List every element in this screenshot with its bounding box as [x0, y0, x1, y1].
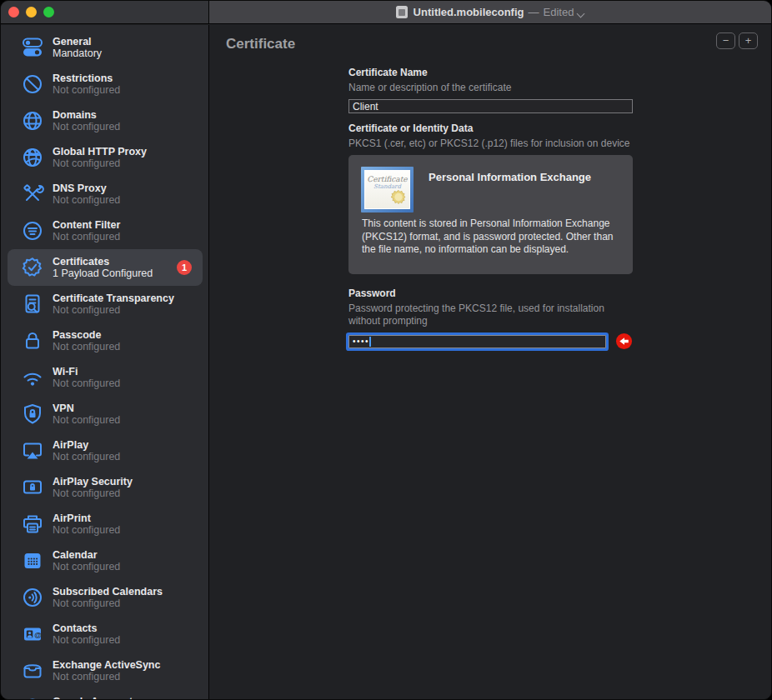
payload-title: Domains: [53, 109, 178, 121]
payload-status: Not configured: [53, 158, 178, 169]
payload-steppers: − +: [716, 32, 758, 49]
titlebar-sidebar-section: [1, 1, 209, 23]
sidebar-item-contacts[interactable]: @ Contacts Not configured: [8, 616, 203, 652]
payload-title: AirPrint: [53, 512, 178, 524]
password-label: Password: [348, 288, 633, 299]
payload-status: Not configured: [53, 231, 178, 242]
certificate-data-description: PKCS1 (.cer, etc) or PKCS12 (.p12) files…: [348, 138, 633, 150]
gold-seal-icon: [389, 189, 408, 208]
payload-status: Not configured: [53, 671, 178, 682]
svg-text:@: @: [34, 631, 42, 639]
globe-mesh-icon: [21, 146, 44, 169]
payload-title: Certificate Transparency: [53, 292, 178, 304]
payload-status: Not configured: [53, 598, 178, 609]
sidebar-item-global-http-proxy[interactable]: Global HTTP Proxy Not configured: [8, 139, 203, 176]
certificate-form: Certificate Name Name or description of …: [348, 67, 633, 350]
seal-check-icon: [21, 256, 44, 279]
add-payload-button[interactable]: +: [739, 32, 758, 49]
window-title: Untitled.mobileconfig: [414, 6, 524, 18]
payload-title: Exchange ActiveSync: [53, 659, 178, 671]
sidebar-item-wi-fi[interactable]: Wi-Fi Not configured: [8, 359, 203, 396]
sidebar-item-airprint[interactable]: AirPrint Not configured: [8, 506, 203, 542]
payload-title: Contacts: [53, 622, 178, 634]
payload-title: Calendar: [53, 549, 178, 561]
payload-status: Mandatory: [53, 48, 178, 59]
payload-title: Restrictions: [53, 72, 178, 84]
payload-title: Passcode: [53, 329, 178, 341]
certificate-image-title: Certificate: [365, 175, 409, 183]
sidebar-item-certificate-transparency[interactable]: Certificate Transparency Not configured: [8, 286, 203, 322]
sidebar-item-airplay[interactable]: AirPlay Not configured: [8, 432, 203, 469]
payload-status: Not configured: [53, 304, 178, 316]
sidebar-item-certificates[interactable]: Certificates 1 Payload Configured 1: [8, 249, 203, 286]
remove-payload-button[interactable]: −: [716, 32, 735, 49]
sidebar-item-google-account[interactable]: Google Account Not configured: [8, 689, 203, 699]
close-window-button[interactable]: [8, 7, 19, 18]
shield-lock-icon: [21, 402, 44, 426]
payload-count-badge: 1: [177, 260, 192, 275]
payload-sidebar: General Mandatory Restrictions Not confi…: [1, 25, 209, 699]
password-description: Password protecting the PKCS12 file, use…: [348, 302, 624, 328]
payload-status: Not configured: [53, 341, 178, 352]
sidebar-item-subscribed-calendars[interactable]: Subscribed Calendars Not configured: [8, 579, 203, 616]
screen-lock-icon: [21, 476, 44, 499]
payload-status: 1 Payload Configured: [53, 268, 178, 279]
titlebar-main-section: Untitled.mobileconfig — Edited: [209, 1, 771, 23]
filter-circle-icon: [21, 219, 44, 242]
minimize-window-button[interactable]: [26, 7, 37, 18]
validation-error-arrow-icon: [615, 332, 633, 350]
payload-title: DNS Proxy: [53, 182, 178, 194]
sidebar-item-calendar[interactable]: Calendar Not configured: [8, 542, 203, 579]
calendar-icon: [21, 549, 44, 572]
envelope-circle-icon: [21, 696, 44, 699]
card-title: Personal Information Exchange: [429, 171, 591, 183]
globe-icon: [21, 109, 44, 132]
password-input[interactable]: ••••: [348, 335, 606, 348]
sidebar-item-general[interactable]: General Mandatory: [8, 29, 203, 66]
sidebar-item-dns-proxy[interactable]: DNS Proxy Not configured: [8, 176, 203, 212]
payload-title: Content Filter: [53, 219, 178, 231]
sidebar-item-domains[interactable]: Domains Not configured: [8, 102, 203, 139]
zoom-window-button[interactable]: [43, 7, 54, 18]
payload-status: Not configured: [53, 488, 178, 499]
titlebar: Untitled.mobileconfig — Edited: [1, 1, 771, 24]
chevron-down-icon[interactable]: [578, 10, 584, 17]
wifi-icon: [21, 366, 44, 389]
certificate-name-input[interactable]: [348, 99, 633, 113]
password-row: ••••: [348, 332, 633, 350]
payload-status: Not configured: [53, 634, 178, 646]
sidebar-item-vpn[interactable]: VPN Not configured: [8, 396, 203, 432]
sidebar-item-restrictions[interactable]: Restrictions Not configured: [8, 66, 203, 102]
sidebar-item-airplay-security[interactable]: AirPlay Security Not configured: [8, 469, 203, 506]
payload-title: AirPlay Security: [53, 476, 178, 488]
card-body: This content is stored in Personal Infor…: [362, 218, 624, 257]
doc-magnifier-icon: [21, 292, 44, 316]
payload-title: VPN: [53, 402, 178, 414]
contact-card-icon: @: [21, 622, 44, 646]
sidebar-item-passcode[interactable]: Passcode Not configured: [8, 322, 203, 359]
certificate-image: Certificate Standard: [361, 167, 414, 212]
payload-status: Not configured: [53, 121, 178, 132]
edited-status[interactable]: Edited: [544, 6, 574, 18]
sidebar-item-content-filter[interactable]: Content Filter Not configured: [8, 212, 203, 249]
payload-status: Not configured: [53, 378, 178, 389]
payload-title: Wi-Fi: [53, 366, 178, 378]
page-title: Certificate: [226, 36, 295, 52]
payload-status: Not configured: [53, 451, 178, 462]
main-panel: Certificate − + Certificate Name Name or…: [210, 25, 771, 699]
padlock-icon: [21, 329, 44, 352]
text-caret: [369, 337, 371, 347]
certificate-data-label: Certificate or Identity Data: [348, 122, 633, 134]
payload-status: Not configured: [53, 561, 178, 572]
tray-icon: [21, 659, 44, 682]
document-icon: [396, 6, 408, 18]
printer-icon: [21, 512, 44, 536]
crossed-tools-icon: [21, 182, 44, 206]
payload-status: Not configured: [53, 84, 178, 96]
payload-title: AirPlay: [53, 439, 178, 451]
sidebar-item-exchange-activesync[interactable]: Exchange ActiveSync Not configured: [8, 652, 203, 689]
certificate-name-description: Name or description of the certificate: [348, 82, 633, 94]
payload-status: Not configured: [53, 414, 178, 426]
payload-title: Global HTTP Proxy: [53, 146, 178, 158]
airplay-icon: [21, 439, 44, 462]
